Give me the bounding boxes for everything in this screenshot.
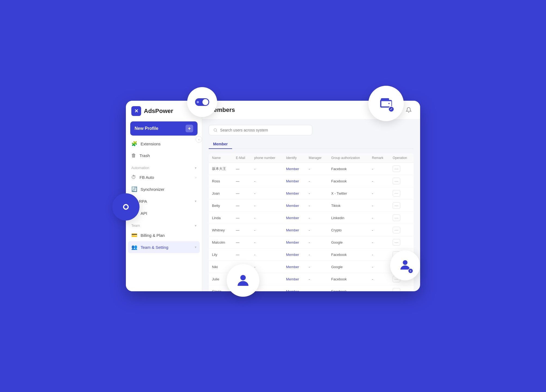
cell-group: Linkedin [328, 212, 369, 224]
content-area: Member Name E-Mail phone number Identify… [202, 120, 420, 291]
table-row: Ross — - Member - Facebook - ··· [209, 175, 414, 187]
cell-identity: Member [283, 261, 305, 273]
wallet-container: ✓ [379, 96, 393, 111]
cell-phone: - [251, 249, 283, 261]
cell-phone: - [251, 187, 283, 200]
operation-button-1[interactable]: ··· [393, 178, 400, 184]
cell-operation: ··· [389, 285, 414, 292]
svg-point-2 [124, 205, 128, 209]
cell-remark: - [369, 175, 389, 187]
table-row: Linda — - Member - Linkedin - ··· [209, 212, 414, 224]
new-profile-button[interactable]: New Profile + [130, 121, 198, 136]
cell-manager: - [305, 273, 328, 285]
team-setting-label: Team & Setting [141, 245, 168, 250]
operation-button-2[interactable]: ··· [393, 190, 400, 197]
cell-name: Ross [209, 175, 233, 187]
svg-point-4 [403, 260, 407, 265]
operation-button-10[interactable]: ··· [393, 288, 400, 291]
fb-auto-label: FB Auto [139, 175, 154, 180]
fb-auto-icon: ⏱ [131, 174, 136, 180]
team-collapse-arrow[interactable]: ▾ [195, 224, 196, 228]
cell-email: — [233, 163, 251, 175]
float-eye-circle [112, 193, 139, 220]
rpa-collapse-icon: ▾ [195, 199, 196, 203]
svg-point-5 [214, 128, 217, 131]
bell-button[interactable] [404, 105, 414, 115]
sidebar-collapse-button[interactable]: ‹ [196, 136, 202, 143]
user-bottom-icon [235, 272, 251, 289]
cell-phone: - [251, 224, 283, 236]
cell-manager: - [305, 224, 328, 236]
cell-email: — [233, 212, 251, 224]
billing-icon: 💳 [131, 232, 137, 238]
team-section-label: Team ▾ [126, 219, 202, 229]
table-row: Joan — - Member - X - Twitter - ··· [209, 187, 414, 200]
team-setting-arrow: ▾ [195, 245, 196, 249]
operation-button-6[interactable]: ··· [393, 239, 400, 246]
rpa-label: RPA [139, 199, 147, 204]
cell-remark: - [369, 273, 389, 285]
cell-operation: ··· [389, 212, 414, 224]
search-input[interactable] [220, 128, 308, 132]
operation-button-0[interactable]: ··· [393, 166, 400, 172]
sidebar-item-fb-auto[interactable]: ⏱ FB Auto › [126, 171, 202, 183]
automation-collapse-arrow[interactable]: ▾ [195, 166, 196, 170]
cell-identity: Member [283, 187, 305, 200]
cell-identity: Member [283, 224, 305, 236]
operation-button-3[interactable]: ··· [393, 202, 400, 209]
fb-auto-expand-icon: › [195, 176, 196, 179]
api-label: API [141, 211, 147, 216]
sidebar-item-extensions[interactable]: 🧩 Extensions [126, 138, 202, 150]
cell-identity: Member [283, 212, 305, 224]
cell-remark: - [369, 200, 389, 212]
table-row: Whitney — - Member - Crypto - ··· [209, 224, 414, 236]
app-name: AdsPower [144, 108, 173, 115]
sidebar-item-trash[interactable]: 🗑 Trash [126, 150, 202, 161]
user-right-container: + [398, 258, 412, 273]
cell-phone: - [251, 163, 283, 175]
user-add-badge: + [408, 268, 413, 274]
cell-remark: - [369, 285, 389, 292]
extensions-label: Extensions [141, 142, 160, 146]
svg-point-3 [240, 275, 246, 280]
col-email: E-Mail [233, 153, 251, 163]
extensions-icon: 🧩 [131, 141, 137, 147]
cell-operation: ··· [389, 236, 414, 249]
cell-manager: - [305, 200, 328, 212]
bell-icon [406, 107, 412, 113]
cell-operation: ··· [389, 163, 414, 175]
search-bar [209, 125, 312, 135]
tab-member[interactable]: Member [209, 140, 232, 149]
cell-phone: - [251, 236, 283, 249]
float-toggle-circle [187, 87, 217, 117]
sidebar-item-synchronizer[interactable]: 🔄 Synchronizer [126, 183, 202, 195]
cell-remark: - [369, 261, 389, 273]
cell-manager: - [305, 236, 328, 249]
cell-remark: - [369, 249, 389, 261]
table-row: 坂本大王 — - Member - Facebook - ··· [209, 163, 414, 175]
sidebar-item-team-setting[interactable]: 👥 Team & Setting ▾ [128, 241, 200, 253]
cell-email: — [233, 187, 251, 200]
cell-remark: - [369, 163, 389, 175]
cell-operation: ··· [389, 187, 414, 200]
cell-name: Lily [209, 249, 233, 261]
cell-manager: - [305, 249, 328, 261]
cell-operation: ··· [389, 200, 414, 212]
trash-label: Trash [139, 153, 150, 158]
cell-group: Facebook [328, 249, 369, 261]
cell-manager: - [305, 261, 328, 273]
operation-button-4[interactable]: ··· [393, 215, 400, 221]
toggle-switch[interactable] [195, 98, 209, 106]
cell-email: — [233, 249, 251, 261]
cell-identity: Member [283, 175, 305, 187]
sidebar-item-billing[interactable]: 💳 Billing & Plan [126, 229, 202, 241]
billing-label: Billing & Plan [141, 233, 165, 238]
cell-operation: ··· [389, 175, 414, 187]
col-identity: Identify [283, 153, 305, 163]
team-setting-icon: 👥 [131, 244, 137, 250]
cell-group: Tiktok [328, 200, 369, 212]
cell-identity: Member [283, 285, 305, 292]
operation-button-5[interactable]: ··· [393, 227, 400, 233]
col-manager: Manager [305, 153, 328, 163]
col-operation: Operation [389, 153, 414, 163]
